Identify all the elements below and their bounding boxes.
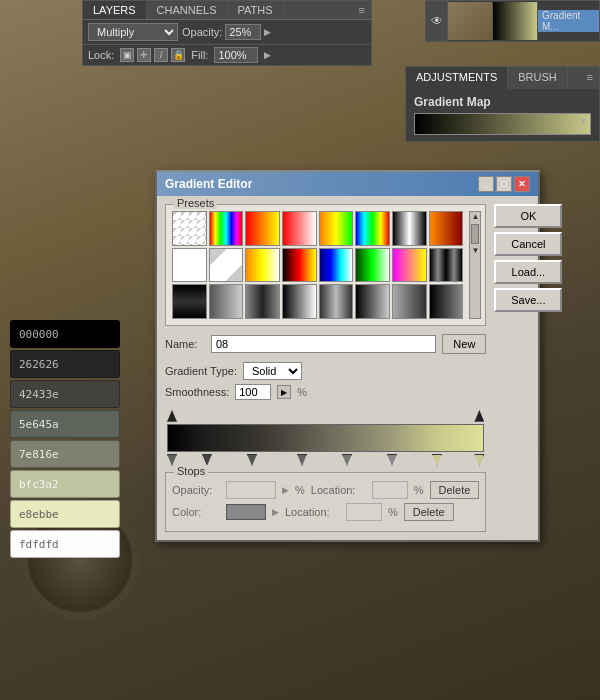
stop-color-arrow[interactable]: ▶: [272, 507, 279, 517]
tab-channels[interactable]: CHANNELS: [147, 1, 228, 19]
preset-swatch-16[interactable]: [172, 284, 207, 319]
presets-scrollbar[interactable]: ▲ ▼: [469, 211, 481, 319]
preset-swatch-9[interactable]: [209, 248, 244, 283]
color-stop-6[interactable]: [387, 454, 397, 466]
layer-visibility-btn[interactable]: 👁: [426, 1, 448, 41]
stops-label: Stops: [174, 465, 208, 477]
adj-title: Gradient Map: [406, 89, 599, 113]
tab-adjustments[interactable]: ADJUSTMENTS: [406, 67, 508, 89]
lock-move-icon[interactable]: ✛: [137, 48, 151, 62]
stop-color-swatch[interactable]: [226, 504, 266, 520]
preset-swatch-3[interactable]: [282, 211, 317, 246]
save-button[interactable]: Save...: [494, 288, 562, 312]
action-buttons: OK Cancel Load... Save...: [494, 196, 570, 540]
maximize-button[interactable]: □: [496, 176, 512, 192]
preset-swatch-8[interactable]: [172, 248, 207, 283]
scroll-up-arrow[interactable]: ▲: [471, 212, 479, 222]
preset-swatch-18[interactable]: [245, 284, 280, 319]
tab-paths[interactable]: PATHS: [228, 1, 284, 19]
preset-swatch-17[interactable]: [209, 284, 244, 319]
preset-swatch-2[interactable]: [245, 211, 280, 246]
name-label: Name:: [165, 338, 205, 350]
opacity-stop-left[interactable]: [167, 410, 177, 422]
stop-opacity-label: Opacity:: [172, 484, 220, 496]
lock-checkered-icon[interactable]: ▣: [120, 48, 134, 62]
color-swatch-42433e[interactable]: 42433e: [10, 380, 120, 408]
color-swatch-5e645a[interactable]: 5e645a: [10, 410, 120, 438]
lock-brush-icon[interactable]: /: [154, 48, 168, 62]
color-swatch-262626[interactable]: 262626: [10, 350, 120, 378]
preset-swatch-21[interactable]: [355, 284, 390, 319]
color-stop-8[interactable]: [474, 454, 484, 466]
opacity-input[interactable]: [225, 24, 261, 40]
smoothness-arrow[interactable]: ▶: [277, 385, 291, 399]
ok-button[interactable]: OK: [494, 204, 562, 228]
opacity-delete-button[interactable]: Delete: [430, 481, 480, 499]
color-stop-3[interactable]: [247, 454, 257, 466]
load-button[interactable]: Load...: [494, 260, 562, 284]
color-swatch-bfc3a2[interactable]: bfc3a2: [10, 470, 120, 498]
stop-color-loc-input[interactable]: [346, 503, 382, 521]
opacity-arrow[interactable]: ▶: [264, 27, 271, 37]
stop-opacity-loc-input[interactable]: [372, 481, 408, 499]
preset-swatch-5[interactable]: [355, 211, 390, 246]
preset-swatch-1[interactable]: [209, 211, 244, 246]
preset-swatch-12[interactable]: [319, 248, 354, 283]
tab-brush[interactable]: BRUSH: [508, 67, 568, 89]
preset-swatch-22[interactable]: [392, 284, 427, 319]
color-swatch-7e816e[interactable]: 7e816e: [10, 440, 120, 468]
preset-swatch-23[interactable]: [429, 284, 464, 319]
close-button[interactable]: ✕: [514, 176, 530, 192]
gradient-bar[interactable]: [167, 424, 484, 452]
preset-swatch-15[interactable]: [429, 248, 464, 283]
preset-swatch-14[interactable]: [392, 248, 427, 283]
stop-opacity-input[interactable]: [226, 481, 276, 499]
fill-input[interactable]: [214, 47, 258, 63]
color-swatch-000000[interactable]: 000000: [10, 320, 120, 348]
stop-opacity-loc-pct: %: [414, 484, 424, 496]
preset-swatch-7[interactable]: [429, 211, 464, 246]
color-delete-button[interactable]: Delete: [404, 503, 454, 521]
preset-swatch-0[interactable]: [172, 211, 207, 246]
preset-swatch-6[interactable]: [392, 211, 427, 246]
preset-swatch-19[interactable]: [282, 284, 317, 319]
gradient-preview-arrow[interactable]: ▼: [579, 116, 588, 126]
cancel-button[interactable]: Cancel: [494, 232, 562, 256]
color-swatch-e8ebbe[interactable]: e8ebbe: [10, 500, 120, 528]
preset-swatch-4[interactable]: [319, 211, 354, 246]
opacity-stop-right[interactable]: [474, 410, 484, 422]
stop-opacity-arrow[interactable]: ▶: [282, 485, 289, 495]
type-row: Gradient Type: Solid Noise: [165, 362, 486, 380]
minimize-button[interactable]: _: [478, 176, 494, 192]
name-input[interactable]: [211, 335, 436, 353]
blend-mode-select[interactable]: Multiply: [88, 23, 178, 41]
preset-swatch-13[interactable]: [355, 248, 390, 283]
color-swatch-fdfdfd[interactable]: fdfdfd: [10, 530, 120, 558]
fill-label: Fill:: [191, 49, 208, 61]
preset-swatch-10[interactable]: [245, 248, 280, 283]
adjustments-panel: ADJUSTMENTS BRUSH ≡ Gradient Map ▼: [405, 66, 600, 142]
smoothness-input[interactable]: [235, 384, 271, 400]
layer-gradient-thumb: [493, 2, 538, 40]
scroll-thumb[interactable]: [471, 224, 479, 244]
color-stop-5[interactable]: [342, 454, 352, 466]
color-stop-7[interactable]: [432, 454, 442, 466]
scroll-down-arrow[interactable]: ▼: [471, 246, 479, 256]
layers-panel-menu[interactable]: ≡: [353, 1, 371, 19]
layer-name[interactable]: Gradient M...: [538, 10, 599, 32]
preset-swatch-20[interactable]: [319, 284, 354, 319]
color-swatches-panel: 00000026262642433e5e645a7e816ebfc3a2e8eb…: [10, 320, 120, 558]
lock-all-icon[interactable]: 🔒: [171, 48, 185, 62]
tab-layers[interactable]: LAYERS: [83, 1, 147, 19]
adj-gradient-preview[interactable]: ▼: [414, 113, 591, 135]
gradient-editor-titlebar: Gradient Editor _ □ ✕: [157, 172, 538, 196]
fill-arrow[interactable]: ▶: [264, 50, 271, 60]
adj-panel-menu[interactable]: ≡: [581, 67, 599, 89]
color-stop-4[interactable]: [297, 454, 307, 466]
gradient-editor-body: Presets ▲ ▼ Name: New Gradient Type:: [157, 196, 494, 540]
preset-swatch-11[interactable]: [282, 248, 317, 283]
type-select[interactable]: Solid Noise: [243, 362, 302, 380]
layers-blend-row: Multiply Opacity: ▶: [83, 20, 371, 44]
new-button[interactable]: New: [442, 334, 486, 354]
smoothness-label: Smoothness:: [165, 386, 229, 398]
